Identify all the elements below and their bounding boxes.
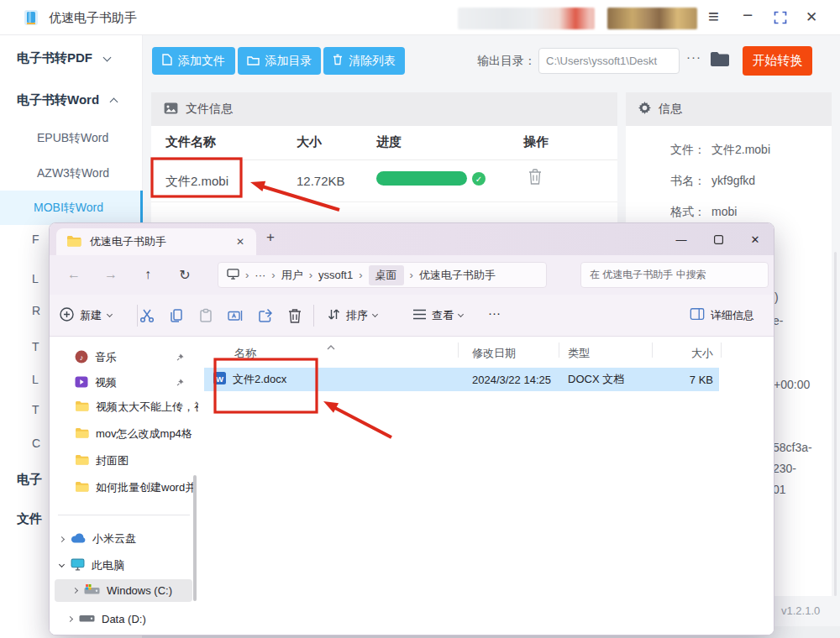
explorer-minimize-button[interactable]: — xyxy=(664,227,698,251)
chevron-down-icon xyxy=(372,311,378,317)
sort-button[interactable]: 排序 xyxy=(327,303,377,328)
output-dir-more-button[interactable]: ··· xyxy=(686,50,701,64)
explorer-tab[interactable]: 优速电子书助手 ✕ xyxy=(56,228,256,255)
divider xyxy=(58,515,190,515)
info-value: ykf9gfkd xyxy=(711,174,755,187)
up-icon[interactable]: ↑ xyxy=(135,262,160,287)
word-doc-icon: W xyxy=(213,371,227,388)
share-icon[interactable] xyxy=(257,307,274,327)
sidebar-item-music[interactable]: ♪ 音乐 xyxy=(50,346,198,369)
column-divider[interactable] xyxy=(559,343,559,358)
app-logo-icon xyxy=(22,8,40,30)
sidebar-item-this-pc[interactable]: 此电脑 xyxy=(50,554,198,578)
more-commands-button[interactable]: ··· xyxy=(488,306,501,320)
breadcrumb[interactable]: › ··· › 用户 › yssoft1 › 桌面 › 优速电子书助手 xyxy=(218,262,547,288)
column-divider[interactable] xyxy=(652,343,653,358)
col-date[interactable]: 修改日期 xyxy=(472,346,516,361)
file-panel-header: 文件信息 xyxy=(151,92,617,126)
search-input[interactable]: 在 优速电子书助手 中搜索 xyxy=(580,262,769,288)
sidebar-item-drive-d[interactable]: Data (D:) xyxy=(50,607,198,630)
sidebar-item-fragment[interactable]: R xyxy=(32,304,40,317)
new-tab-button[interactable]: + xyxy=(266,229,275,246)
app-title: 优速电子书助手 xyxy=(49,10,137,26)
rename-icon[interactable] xyxy=(227,307,244,327)
sort-icon xyxy=(327,307,341,325)
back-icon[interactable]: ← xyxy=(61,262,87,287)
crumb-desktop[interactable]: 桌面 xyxy=(369,265,404,285)
sidebar-item-folder[interactable]: 封面图 xyxy=(50,449,198,473)
explorer-tabbar: 优速电子书助手 ✕ + — ✕ xyxy=(50,223,774,255)
explorer-maximize-button[interactable] xyxy=(701,227,735,251)
clear-list-button[interactable]: 清除列表 xyxy=(323,47,405,75)
monitor-icon xyxy=(71,558,85,573)
sidebar-item-videos[interactable]: 视频 xyxy=(50,371,198,395)
sidebar-item-folder[interactable]: 如何批量创建word并 xyxy=(50,476,198,499)
crumb-yssoft1[interactable]: yssoft1 xyxy=(318,269,353,281)
file-row-selected[interactable]: W 文件2.docx 2024/3/22 14:25 DOCX 文档 7 KB xyxy=(204,368,719,391)
explorer-window: 优速电子书助手 ✕ + — ✕ ← → ↑ ↻ › ··· › 用户 › yss… xyxy=(49,222,774,635)
chevron-down-icon xyxy=(458,311,464,317)
info-label: 文件： xyxy=(638,143,706,158)
sidebar-item-cloud[interactable]: 小米云盘 xyxy=(50,527,198,551)
column-divider[interactable] xyxy=(458,343,459,358)
crumb-app-folder[interactable]: 优速电子书助手 xyxy=(419,268,496,283)
refresh-icon[interactable]: ↻ xyxy=(172,262,197,287)
sidebar-item-fragment[interactable]: C xyxy=(32,437,40,450)
sidebar-item-fragment[interactable]: F xyxy=(32,233,39,246)
sidebar-item-fragment[interactable]: L xyxy=(32,272,39,285)
delete-icon[interactable] xyxy=(287,307,302,327)
sidebar-item-fragment[interactable]: T xyxy=(32,403,39,416)
column-divider[interactable] xyxy=(721,343,722,358)
cut-icon[interactable] xyxy=(139,307,155,327)
view-button[interactable]: 查看 xyxy=(412,303,463,328)
copy-icon[interactable] xyxy=(168,307,185,327)
file-row-name: 文件2.mobi xyxy=(165,174,228,190)
sidebar-section-ebook-to-pdf[interactable]: 电子书转PDF xyxy=(17,50,110,66)
col-type[interactable]: 类型 xyxy=(568,346,590,361)
sidebar-item-fragment[interactable]: T xyxy=(32,340,39,353)
sidebar-item-mobi-to-word[interactable]: MOBI转Word xyxy=(0,191,143,225)
new-button[interactable]: 新建 xyxy=(60,303,112,328)
delete-row-icon[interactable] xyxy=(528,168,543,189)
tab-close-icon[interactable]: ✕ xyxy=(236,236,244,248)
app-root: { "app": { "title": "优速电子书助手", "version"… xyxy=(0,0,840,638)
forward-icon[interactable]: → xyxy=(98,262,123,287)
add-file-button[interactable]: 添加文件 xyxy=(152,47,235,75)
sidebar-section-fragment[interactable]: 电子 xyxy=(17,472,42,488)
crumb-dots[interactable]: ··· xyxy=(255,269,265,281)
fullscreen-button[interactable] xyxy=(774,11,787,28)
sidebar-section-ebook-to-word[interactable]: 电子书转Word xyxy=(17,92,117,108)
output-dir-input[interactable] xyxy=(538,48,680,74)
explorer-addressbar: ← → ↑ ↻ › ··· › 用户 › yssoft1 › 桌面 › 优速电子… xyxy=(50,255,774,295)
close-button[interactable]: ✕ xyxy=(806,8,817,26)
start-convert-button[interactable]: 开始转换 xyxy=(743,46,812,76)
sidebar-item-drive-c[interactable]: Windows (C:) xyxy=(55,579,192,602)
sidebar-item-fragment[interactable]: L xyxy=(32,373,39,386)
chevron-right-icon xyxy=(59,536,65,541)
open-folder-icon[interactable] xyxy=(710,51,730,71)
crumb-users[interactable]: 用户 xyxy=(281,268,303,283)
info-fragment: 230- xyxy=(773,462,796,475)
sidebar-section-fragment[interactable]: 文件 xyxy=(17,511,42,527)
file-size: 7 KB xyxy=(646,374,713,386)
chevron-down-icon xyxy=(103,53,112,61)
explorer-close-button[interactable]: ✕ xyxy=(738,227,772,251)
sidebar-item-folder[interactable]: mov怎么改成mp4格 xyxy=(50,422,198,446)
menu-icon[interactable]: ≡ xyxy=(708,6,719,28)
sidebar-item-epub-to-word[interactable]: EPUB转Word xyxy=(37,131,108,146)
redacted-block-2 xyxy=(607,8,697,29)
sidebar-item-folder[interactable]: 视频太大不能上传，视 xyxy=(50,395,198,419)
col-name[interactable]: 名称 xyxy=(234,346,256,361)
scrollbar[interactable] xyxy=(834,252,837,596)
details-pane-button[interactable]: 详细信息 xyxy=(690,303,754,328)
plus-circle-icon xyxy=(60,307,74,325)
sidebar-scrollbar[interactable] xyxy=(193,475,197,601)
col-size[interactable]: 大小 xyxy=(646,346,713,361)
paste-icon[interactable] xyxy=(197,307,214,327)
chevron-down-icon xyxy=(107,311,113,317)
sidebar-item-azw3-to-word[interactable]: AZW3转Word xyxy=(37,166,109,181)
drive-windows-icon xyxy=(84,584,100,598)
minimize-button[interactable]: − xyxy=(743,5,753,25)
add-directory-button[interactable]: 添加目录 xyxy=(238,47,321,75)
explorer-commandbar: 新建 排序 查看 ··· 详细信息 xyxy=(50,295,774,337)
